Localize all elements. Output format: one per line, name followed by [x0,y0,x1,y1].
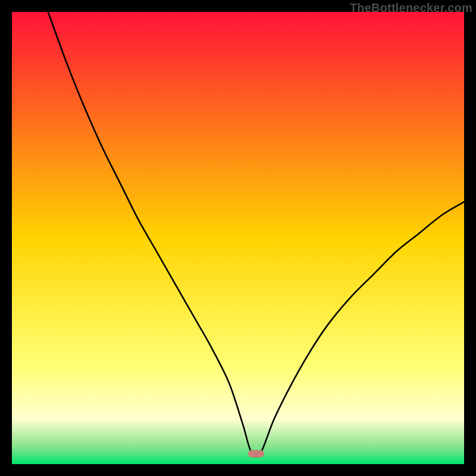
plot-area [12,12,464,464]
minimum-marker [248,450,264,457]
gradient-background [12,12,464,464]
chart-frame: TheBottlenecker.com [0,0,476,476]
bottleneck-chart [12,12,464,464]
